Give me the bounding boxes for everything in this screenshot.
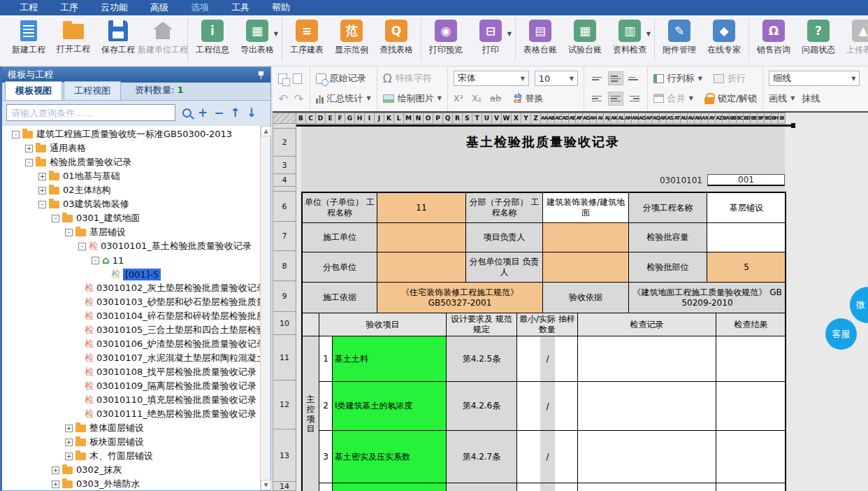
menu-item-2[interactable]: 工序 xyxy=(49,0,89,15)
item-check-result[interactable] xyxy=(716,382,786,431)
column-header-AV[interactable]: AV xyxy=(688,113,695,124)
item-check-record[interactable] xyxy=(578,336,716,382)
column-header-K[interactable]: K xyxy=(384,113,394,124)
font-size-select[interactable]: 10▼ xyxy=(535,71,578,86)
tree-item[interactable]: 检03010104_碎石垫层和碎砖垫层检验批质量 xyxy=(2,309,261,323)
item-check-record[interactable] xyxy=(578,382,716,431)
row-header-10[interactable]: 10 xyxy=(273,312,296,335)
item-check-result[interactable] xyxy=(716,336,786,382)
column-header-S[interactable]: S xyxy=(463,113,472,124)
tree-item[interactable]: +整体面层铺设 xyxy=(2,421,261,435)
collapse-toggle-icon[interactable]: - xyxy=(92,257,99,264)
row-header-11[interactable]: 11 xyxy=(273,335,296,380)
sales-consult-button[interactable]: Ω销售咨询 xyxy=(751,18,796,56)
tree-item[interactable]: -检03010101_基土检验批质量验收记录 xyxy=(2,239,261,253)
expand-toggle-icon[interactable]: + xyxy=(25,145,33,152)
column-header-AF[interactable]: AF xyxy=(576,113,583,124)
tree-item[interactable]: -0301_建筑地面 xyxy=(2,211,261,225)
subdivision-value[interactable]: 建筑装饰装修/建筑地面 xyxy=(543,193,629,223)
row-header-3[interactable]: 3 xyxy=(273,157,296,174)
item-name[interactable]: 基土密实及压实系数 xyxy=(333,431,447,483)
tree-item[interactable]: -建筑工程施工质量验收统一标准GB50300-2013 xyxy=(2,127,261,141)
font-family-select[interactable]: 宋体▼ xyxy=(454,71,529,86)
tree-item[interactable]: -基层铺设 xyxy=(2,225,261,239)
row-header-6[interactable]: 6 xyxy=(273,192,296,222)
summary-stats-button[interactable]: 汇总统计▼ xyxy=(316,92,371,105)
menu-item-5[interactable]: 选项 xyxy=(180,0,220,15)
tree-item[interactable]: +0303_外墙防水 xyxy=(2,477,261,490)
print-preview-button[interactable]: ◉打印预览 xyxy=(424,18,468,56)
column-header-AT[interactable]: AT xyxy=(674,113,681,124)
column-header-AR[interactable]: AR xyxy=(660,113,667,124)
column-header-G[interactable]: G xyxy=(345,113,355,124)
column-header-V[interactable]: V xyxy=(492,113,502,124)
tree-item[interactable]: +01地基与基础 xyxy=(2,169,261,183)
column-header-C[interactable]: C xyxy=(306,113,316,124)
new-project-button[interactable]: 新建工程 xyxy=(6,18,51,56)
tree-item[interactable]: +通用表格 xyxy=(2,141,261,155)
column-header-AC[interactable]: AC xyxy=(555,113,562,124)
attachment-manage-button[interactable]: ✎附件管理 xyxy=(657,18,702,56)
special-char-button[interactable]: Ω 特殊字符 xyxy=(383,71,432,85)
tree-item[interactable]: -03建筑装饰装修 xyxy=(2,197,261,211)
column-header-BF[interactable]: BF xyxy=(758,113,765,124)
column-header-L[interactable]: L xyxy=(394,113,404,124)
item-name[interactable]: 基土土料 xyxy=(333,336,447,382)
customer-service-float-button[interactable]: 客服 xyxy=(825,318,857,350)
column-header-BE[interactable]: BE xyxy=(751,113,758,124)
tree-item[interactable]: +0302_抹灰 xyxy=(2,463,261,477)
expand-toggle-icon[interactable]: + xyxy=(38,187,46,194)
tree-item[interactable]: -检验批质量验收记录 xyxy=(2,155,261,169)
export-table-button[interactable]: ▦▼导出表格 xyxy=(235,18,280,56)
strikethrough-button[interactable]: ab xyxy=(490,93,501,104)
expand-toggle-icon[interactable]: + xyxy=(65,439,73,446)
draw-line-button[interactable]: 画线▼ xyxy=(769,92,795,105)
column-header-F[interactable]: F xyxy=(335,113,345,124)
align-top-button[interactable] xyxy=(590,71,605,85)
column-header-AG[interactable]: AG xyxy=(583,113,590,124)
tree-item[interactable]: 检03010107_水泥混凝土垫层和陶粒混凝土垫 xyxy=(2,351,261,365)
column-headers[interactable]: BCDEFGHIJKLMNOPQRSTUVWXYZAAABACADAEAFAGA… xyxy=(296,113,791,124)
item-check-result[interactable] xyxy=(716,483,786,491)
dropdown-caret-icon[interactable]: ▼ xyxy=(507,31,512,37)
column-header-J[interactable]: J xyxy=(375,113,384,124)
column-header-W[interactable]: W xyxy=(502,113,512,124)
collapse-toggle-icon[interactable]: - xyxy=(38,201,46,208)
column-header-AA[interactable]: AA xyxy=(541,113,548,124)
column-header-BB[interactable]: BB xyxy=(730,113,737,124)
online-expert-button[interactable]: ◆在线专家 xyxy=(702,18,746,56)
project-info-button[interactable]: i工程信息 xyxy=(190,18,235,56)
collapse-toggle-icon[interactable]: - xyxy=(65,229,73,236)
tree-item[interactable]: 检[001]-5 xyxy=(2,267,261,281)
acceptance-basis-value[interactable]: 《建筑地面工程施工质量验收规范》 GB 50209-2010 xyxy=(629,283,786,313)
column-header-I[interactable]: I xyxy=(365,113,375,124)
item-name-value[interactable]: 基层铺设 xyxy=(707,193,786,223)
pin-icon[interactable] xyxy=(258,71,265,79)
find-table-button[interactable]: Q查找表格 xyxy=(374,18,419,56)
dropdown-caret-icon[interactable]: ▼ xyxy=(646,31,651,37)
row-header-1[interactable] xyxy=(273,124,296,129)
menu-item-3[interactable]: 云功能 xyxy=(89,0,139,15)
project-manager-value[interactable] xyxy=(543,223,629,252)
column-header-BG[interactable]: BG xyxy=(765,113,772,124)
column-header-AJ[interactable]: AJ xyxy=(604,113,611,124)
superscript-button[interactable]: X² xyxy=(454,93,463,104)
collapse-toggle-icon[interactable]: - xyxy=(78,243,86,250)
column-header-AQ[interactable]: AQ xyxy=(653,113,660,124)
unit-project-value[interactable]: 11 xyxy=(377,193,466,223)
subcontract-pm-value[interactable] xyxy=(543,252,629,283)
tree-item[interactable]: -⌂11 xyxy=(2,253,261,267)
show-example-button[interactable]: 范显示范例 xyxy=(329,18,374,56)
column-header-AM[interactable]: AM xyxy=(625,113,632,124)
column-header-T[interactable]: T xyxy=(472,113,482,124)
dropdown-caret-icon[interactable]: ▼ xyxy=(274,31,278,37)
wechat-float-button[interactable]: 微 xyxy=(850,287,868,323)
replace-button[interactable]: abcd 替换 xyxy=(514,92,543,105)
column-header-Y[interactable]: Y xyxy=(521,113,531,124)
column-header-B[interactable]: B xyxy=(296,113,306,124)
tree-item[interactable]: 检03010105_三合土垫层和四合土垫层检验批 xyxy=(2,323,261,337)
column-header-AB[interactable]: AB xyxy=(548,113,555,124)
erase-line-button[interactable]: 抹线 xyxy=(802,92,820,105)
open-project-button[interactable]: 打开工程 xyxy=(51,18,96,55)
tab-template-view[interactable]: 模板视图 xyxy=(5,81,62,100)
